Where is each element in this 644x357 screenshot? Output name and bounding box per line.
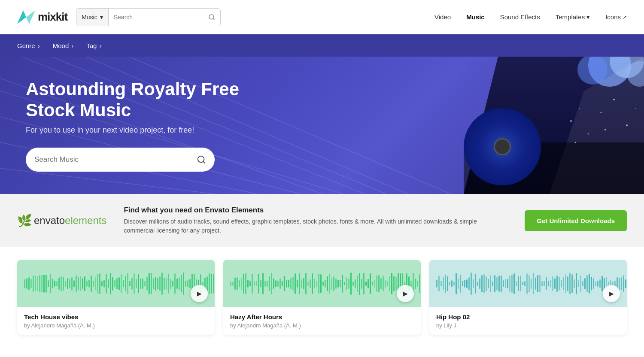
get-unlimited-button[interactable]: Get Unlimited Downloads <box>525 210 627 231</box>
music-card: ▶ Hazy After Hours by Alejandro Magaña (… <box>223 260 421 335</box>
waveform-bar <box>601 276 603 291</box>
waveform-bar <box>262 273 264 295</box>
hero-search-input[interactable] <box>34 155 192 164</box>
waveform-bar <box>151 273 152 294</box>
search-category-dropdown[interactable]: Music ▾ <box>76 9 109 26</box>
hero-content: Astounding Royalty Free Stock Music For … <box>0 79 301 172</box>
waveform-bar <box>271 273 272 294</box>
play-button[interactable]: ▶ <box>397 285 414 302</box>
waveform-bar <box>451 280 453 287</box>
waveform-bar <box>129 281 131 286</box>
waveform-bar <box>466 279 468 288</box>
logo[interactable]: mixkit <box>17 10 67 24</box>
search-input[interactable] <box>114 14 205 21</box>
waveform-bar <box>277 281 279 287</box>
waveform-bar <box>267 281 268 287</box>
waveform-bar <box>359 273 360 295</box>
waveform-bar <box>322 281 324 286</box>
waveform-bar <box>256 281 257 286</box>
waveform-bar <box>599 279 601 287</box>
waveform-bar <box>376 275 377 292</box>
waveform-bar <box>181 275 182 293</box>
nav-templates[interactable]: Templates ▾ <box>556 13 590 21</box>
nav-icons[interactable]: Icons ↗ <box>605 13 627 21</box>
waveform-bar <box>140 278 141 289</box>
waveform-bar <box>93 281 94 287</box>
card-info: Hip Hop 02 by Lily J <box>429 307 627 335</box>
envato-logo-text: envatoelements <box>34 215 106 227</box>
waveform-bar <box>529 275 530 293</box>
waveform-bar <box>136 279 137 288</box>
waveform-bar <box>456 273 457 294</box>
waveform-bar <box>505 279 506 289</box>
waveform-bar <box>284 276 285 291</box>
vinyl-circle <box>464 108 541 185</box>
site-header: mixkit Music ▾ Video Music Sound Effects… <box>0 0 644 34</box>
waveform-bar <box>292 277 294 291</box>
waveform-bar <box>488 279 489 289</box>
nav-sound-effects[interactable]: Sound Effects <box>500 13 540 21</box>
waveform-bar <box>327 276 328 290</box>
tag-filter[interactable]: Tag › <box>86 42 101 49</box>
waveform-bar <box>185 281 186 287</box>
tag-label: Tag <box>86 42 97 49</box>
waveform-bar <box>310 279 311 287</box>
waveform-bar <box>574 279 575 288</box>
waveform-bar <box>464 280 465 287</box>
waveform-bar <box>211 274 212 293</box>
waveform-bar <box>443 277 444 290</box>
waveform-bar <box>209 273 210 294</box>
svg-line-4 <box>213 18 214 20</box>
waveform-bar <box>273 278 274 289</box>
card-author: by Lily J <box>436 322 620 329</box>
waveform-bar <box>35 276 36 292</box>
waveform-bar <box>393 276 395 292</box>
waveform-bar <box>172 281 173 287</box>
waveform-bar <box>123 280 124 287</box>
mood-filter[interactable]: Mood › <box>53 42 74 49</box>
waveform-bar <box>481 275 483 292</box>
waveform-bar <box>78 277 79 290</box>
waveform-bar <box>88 280 90 287</box>
play-button[interactable]: ▶ <box>191 285 208 302</box>
envato-headline: Find what you need on Envato Elements <box>124 206 507 215</box>
nav-music[interactable]: Music <box>466 13 485 21</box>
waveform-bar <box>164 278 165 290</box>
waveform-bar <box>378 275 380 292</box>
waveform-bars <box>436 271 627 296</box>
envato-description: Find what you need on Envato Elements Di… <box>124 206 507 235</box>
waveform-bar <box>625 279 626 288</box>
waveform-bar <box>170 279 171 289</box>
waveform-bar <box>595 281 596 286</box>
nav-video[interactable]: Video <box>434 13 451 21</box>
waveform-bar <box>565 274 566 293</box>
waveform-bar <box>539 275 541 292</box>
envato-leaf-icon: 🌿 <box>17 214 32 228</box>
waveform-bar <box>483 274 485 293</box>
waveform-bar <box>494 275 495 292</box>
waveform-bar <box>567 276 568 291</box>
waveform-bar <box>241 278 242 290</box>
genre-filter[interactable]: Genre › <box>17 42 40 49</box>
logo-icon <box>17 10 35 24</box>
waveform-bar <box>417 281 418 286</box>
waveform-bar <box>498 275 500 292</box>
waveform-bar <box>550 280 551 287</box>
waveform-bar <box>254 281 255 286</box>
waveform-bar <box>355 279 356 288</box>
waveform-bar <box>316 281 317 287</box>
card-info: Tech House vibes by Alejandro Magaña (A.… <box>17 307 215 335</box>
waveform-bar <box>383 276 384 292</box>
play-button[interactable]: ▶ <box>603 285 620 302</box>
waveform-bar <box>556 275 558 292</box>
waveform-bar <box>39 275 40 292</box>
waveform-bar <box>438 276 440 291</box>
waveform-bar <box>395 277 397 290</box>
waveform-bar <box>230 281 231 286</box>
waveform-bar <box>544 281 545 287</box>
music-card: ▶ Tech House vibes by Alejandro Magaña (… <box>17 260 215 335</box>
waveform-bar <box>475 274 476 293</box>
waveform-bar <box>301 279 302 287</box>
waveform-bar <box>593 278 594 288</box>
waveform-bar <box>374 280 375 287</box>
